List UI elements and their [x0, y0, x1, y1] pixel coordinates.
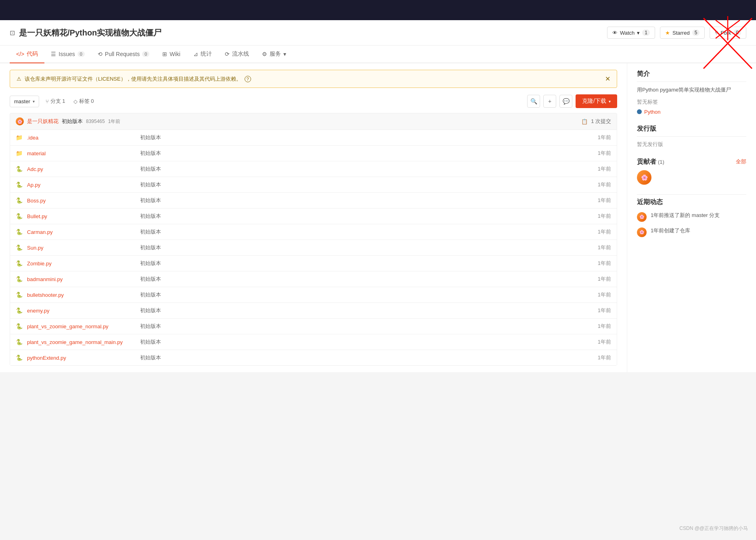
file-commit: 初始版本 — [140, 213, 579, 220]
file-name[interactable]: Carman.py — [27, 229, 140, 235]
contributor-avatar[interactable]: 🌸 — [637, 170, 651, 185]
file-commit: 初始版本 — [140, 338, 579, 346]
fork-count: 0 — [733, 29, 741, 36]
language-dot — [637, 109, 642, 114]
releases-text: 暂无发行版 — [637, 141, 746, 148]
tab-code[interactable]: </> 代码 — [10, 46, 44, 63]
all-contributors-link[interactable]: 全部 — [736, 158, 746, 165]
branch-selector[interactable]: master ▾ — [10, 96, 39, 107]
python-file-icon: 🐍 — [16, 323, 24, 329]
clone-dropdown-icon: ▾ — [609, 99, 611, 104]
file-commit: 初始版本 — [140, 260, 579, 267]
python-file-icon: 🐍 — [16, 197, 24, 204]
file-time: 1年前 — [579, 244, 611, 251]
releases-title: 发行版 — [637, 125, 746, 137]
tab-issues[interactable]: ☰ Issues 0 — [44, 46, 91, 63]
file-time: 1年前 — [579, 197, 611, 204]
fork-button[interactable]: ⑂ Fork 0 — [710, 27, 746, 39]
file-commit: 初始版本 — [140, 275, 579, 283]
file-name[interactable]: Ap.py — [27, 182, 140, 188]
file-commit: 初始版本 — [140, 228, 579, 236]
tag-count: ◇ 标签 0 — [73, 98, 94, 105]
tab-wiki[interactable]: ⊞ Wiki — [156, 46, 186, 63]
activity-text: 1年前推送了新的 master 分支 — [651, 211, 720, 219]
file-name[interactable]: material — [27, 150, 140, 156]
add-file-icon-btn[interactable]: + — [543, 95, 556, 108]
comment-icon-btn[interactable]: 💬 — [559, 95, 572, 108]
commit-username[interactable]: 是一只妖精花 — [27, 118, 59, 125]
python-file-icon: 🐍 — [16, 354, 24, 361]
pipeline-icon: ⟳ — [225, 51, 230, 57]
file-commit: 初始版本 — [140, 197, 579, 204]
clone-label: 克隆/下载 — [582, 98, 606, 105]
watch-count: 1 — [642, 29, 650, 36]
toolbar-left: master ▾ ⑂ 分支 1 ◇ 标签 0 — [10, 96, 94, 107]
python-file-icon: 🐍 — [16, 260, 24, 267]
file-time: 1年前 — [579, 181, 611, 188]
commit-info-right: 📋 1 次提交 — [581, 118, 611, 125]
wiki-icon: ⊞ — [162, 51, 167, 57]
tab-stats[interactable]: ⊿ 统计 — [187, 46, 218, 63]
activity-section: 近期动态 🌸 1年前推送了新的 master 分支 🌸 1年前创建了仓库 — [637, 194, 746, 237]
fork-label: Fork — [720, 30, 731, 36]
tab-services[interactable]: ⚙ 服务 ▾ — [255, 46, 293, 63]
warning-icon: ⚠ — [17, 76, 21, 82]
file-name[interactable]: badmanmini.py — [27, 276, 140, 282]
file-row: 🐍 Sun.py 初始版本 1年前 — [10, 240, 617, 256]
file-row: 🐍 pythonExtend.py 初始版本 1年前 — [10, 350, 617, 365]
file-row: 📁 .idea 初始版本 1年前 — [10, 130, 617, 146]
python-file-icon: 🐍 — [16, 166, 24, 172]
pr-badge: 0 — [142, 51, 149, 57]
file-name[interactable]: enemy.py — [27, 308, 140, 314]
commit-count[interactable]: 1 次提交 — [591, 118, 611, 125]
file-name[interactable]: Zombie.py — [27, 261, 140, 267]
file-name[interactable]: bulletshooter.py — [27, 292, 140, 298]
watch-button[interactable]: 👁 Watch ▾ 1 — [607, 27, 655, 39]
file-name[interactable]: Boss.py — [27, 198, 140, 204]
file-name[interactable]: plant_vs_zoomie_game_normal_main.py — [27, 339, 140, 345]
watch-label: Watch — [620, 30, 635, 36]
help-icon[interactable]: ? — [245, 76, 251, 82]
commit-user-avatar: 🌸 — [16, 117, 24, 125]
star-button[interactable]: ★ Starred 5 — [660, 27, 705, 39]
contributors-title: 贡献者 — [637, 158, 656, 165]
star-label: Starred — [672, 30, 690, 36]
clone-download-button[interactable]: 克隆/下载 ▾ — [576, 94, 617, 108]
python-file-icon: 🐍 — [16, 276, 24, 282]
file-name[interactable]: Sun.py — [27, 245, 140, 251]
intro-description: 用Python pygame简单实现植物大战僵尸 — [637, 86, 746, 94]
file-name[interactable]: pythonExtend.py — [27, 355, 140, 361]
warning-banner: ⚠ 该仓库未声明开源许可证文件（LICENSE），使用请先关注具体项目描述及其代… — [10, 70, 617, 88]
tab-pullrequests[interactable]: ⟲ Pull Requests 0 — [91, 46, 156, 63]
activity-icon: 🌸 — [637, 212, 647, 222]
file-row: 🐍 badmanmini.py 初始版本 1年前 — [10, 271, 617, 287]
warning-close-button[interactable]: ✕ — [605, 75, 610, 83]
nav-tabs: </> 代码 ☰ Issues 0 ⟲ Pull Requests 0 ⊞ Wi… — [0, 46, 756, 63]
tab-pipeline[interactable]: ⟳ 流水线 — [218, 46, 255, 63]
language-name[interactable]: Python — [644, 109, 660, 115]
python-file-icon: 🐍 — [16, 213, 24, 219]
branch-name: master — [14, 98, 30, 104]
commit-hash[interactable]: 8395465 — [86, 119, 105, 124]
file-name[interactable]: .idea — [27, 135, 140, 141]
file-name[interactable]: Bullet.py — [27, 213, 140, 219]
file-row: 🐍 Adc.py 初始版本 1年前 — [10, 161, 617, 177]
file-row: 🐍 enemy.py 初始版本 1年前 — [10, 303, 617, 319]
python-file-icon: 🐍 — [16, 307, 24, 314]
file-commit: 初始版本 — [140, 323, 579, 330]
contributors-header: 贡献者 (1) 全部 — [637, 158, 746, 166]
repo-title: 是一只妖精花/Python实现植物大战僵尸 — [19, 27, 161, 38]
file-name[interactable]: Adc.py — [27, 166, 140, 172]
search-icon-btn[interactable]: 🔍 — [527, 95, 540, 108]
warning-text: 该仓库未声明开源许可证文件（LICENSE），使用请先关注具体项目描述及其代码上… — [25, 75, 241, 83]
file-name[interactable]: plant_vs_zoomie_game_normal.py — [27, 323, 140, 329]
language-info: Python — [637, 109, 746, 115]
file-row: 🐍 plant_vs_zoomie_game_normal_main.py 初始… — [10, 334, 617, 350]
python-file-icon: 🐍 — [16, 229, 24, 235]
repo-title-area: ⊡ 是一只妖精花/Python实现植物大战僵尸 — [10, 27, 161, 38]
file-commit: 初始版本 — [140, 150, 579, 157]
branch-dropdown-icon: ▾ — [33, 99, 35, 104]
contributors-count: (1) — [658, 159, 664, 165]
python-file-icon: 🐍 — [16, 244, 24, 251]
activity-item: 🌸 1年前推送了新的 master 分支 — [637, 211, 746, 222]
